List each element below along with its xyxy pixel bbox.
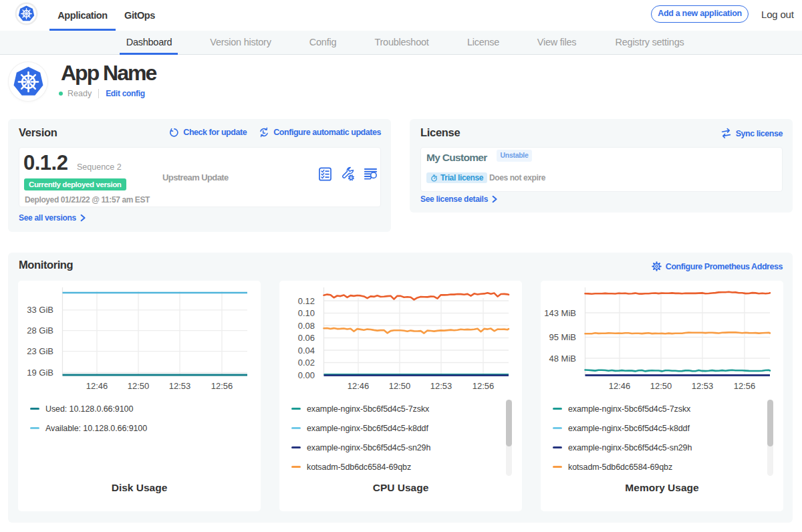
- svg-text:12:46: 12:46: [348, 381, 370, 391]
- svg-text:12:56: 12:56: [473, 381, 495, 391]
- svg-text:12:56: 12:56: [734, 381, 756, 391]
- svg-text:48 MiB: 48 MiB: [549, 354, 576, 364]
- svg-text:12:50: 12:50: [650, 381, 672, 391]
- svg-text:12:50: 12:50: [128, 381, 150, 391]
- svg-text:0.08: 0.08: [298, 321, 315, 331]
- svg-text:12:56: 12:56: [211, 381, 233, 391]
- svg-text:0.04: 0.04: [298, 346, 315, 356]
- svg-text:12:46: 12:46: [86, 381, 108, 391]
- svg-text:0.02: 0.02: [298, 358, 315, 368]
- svg-text:12:46: 12:46: [609, 381, 631, 391]
- svg-text:0.12: 0.12: [298, 296, 315, 306]
- svg-text:12:53: 12:53: [169, 381, 191, 391]
- svg-text:19 GiB: 19 GiB: [27, 368, 53, 378]
- svg-text:0.00: 0.00: [298, 370, 315, 380]
- svg-text:23 GiB: 23 GiB: [27, 346, 53, 356]
- svg-text:33 GiB: 33 GiB: [27, 305, 53, 315]
- svg-text:12:50: 12:50: [389, 381, 411, 391]
- svg-text:95 MiB: 95 MiB: [549, 332, 576, 342]
- svg-text:0.06: 0.06: [298, 333, 315, 343]
- svg-text:28 GiB: 28 GiB: [27, 325, 53, 336]
- svg-text:12:53: 12:53: [430, 381, 452, 391]
- svg-text:12:53: 12:53: [692, 381, 714, 391]
- svg-text:143 MiB: 143 MiB: [544, 308, 576, 318]
- svg-text:0.10: 0.10: [298, 308, 315, 318]
